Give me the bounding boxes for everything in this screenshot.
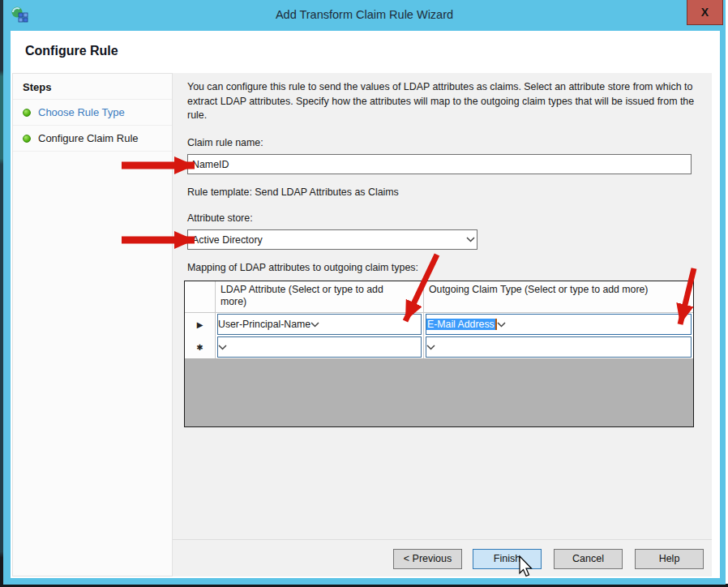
chevron-down-icon[interactable] [464,237,477,242]
chevron-down-icon[interactable] [310,319,319,330]
outgoing-claim-type-combobox-row2[interactable] [426,336,692,358]
chevron-down-icon[interactable] [218,341,227,353]
attribute-store-label: Attribute store: [187,212,253,224]
chevron-down-icon[interactable] [426,341,435,353]
table-row: ▶ User-Principal-Name E-Mail Ad [185,313,693,336]
row-selector-header-cell [185,281,216,313]
mapping-table-label: Mapping of LDAP attributes to outgoing c… [187,262,418,273]
page-title: Configure Rule [25,44,118,58]
add-transform-claim-rule-wizard-dialog: Add Transform Claim Rule Wizard X Config… [3,0,726,585]
outgoing-claim-type-combobox-row1[interactable]: E-Mail Address [426,314,692,335]
ldap-attribute-value: User-Principal-Name [218,319,310,330]
step-label: Configure Claim Rule [38,132,139,144]
main-panel: You can configure this rule to send the … [173,73,712,576]
steps-sidebar: Steps Choose Rule Type Configure Claim R… [12,73,173,576]
ldap-attribute-column-header: LDAP Attribute (Select or type to add mo… [216,281,424,313]
ldap-mapping-table: LDAP Attribute (Select or type to add mo… [184,281,694,427]
dialog-body: Configure Rule Steps Choose Rule Type Co… [11,31,720,578]
rule-description-text: You can configure this rule to send the … [187,80,706,123]
cancel-button[interactable]: Cancel [554,549,623,569]
step-label: Choose Rule Type [38,106,125,118]
mapping-table-header-row: LDAP Attribute (Select or type to add mo… [185,281,693,313]
help-button[interactable]: Help [635,549,704,569]
ldap-attribute-combobox-row2[interactable] [217,336,422,358]
new-row-indicator-icon: ✱ [185,336,216,358]
chevron-down-icon[interactable] [497,319,506,330]
sidebar-item-configure-claim-rule[interactable]: Configure Claim Rule [13,126,172,152]
step-complete-icon [23,109,31,117]
window-title: Add Transform Claim Rule Wizard [3,8,726,21]
rule-template-text: Rule template: Send LDAP Attributes as C… [187,186,399,198]
attribute-store-value: Active Directory [188,234,464,246]
sidebar-item-choose-rule-type[interactable]: Choose Rule Type [13,100,172,126]
table-row: ✱ [185,336,693,358]
current-row-indicator-icon: ▶ [185,313,216,336]
attribute-store-combobox[interactable]: Active Directory [187,229,477,250]
finish-button[interactable]: Finish [473,549,542,569]
previous-button[interactable]: < Previous [393,549,462,569]
claim-rule-name-input[interactable] [187,154,692,174]
ldap-attribute-combobox-row1[interactable]: User-Principal-Name [217,314,422,335]
screen: Add Transform Claim Rule Wizard X Config… [0,0,728,587]
titlebar[interactable]: Add Transform Claim Rule Wizard X [3,0,726,31]
close-icon: X [701,6,709,19]
claim-rule-name-label: Claim rule name: [187,137,263,148]
close-button[interactable]: X [687,0,723,25]
outgoing-claim-type-value: E-Mail Address [426,319,495,330]
step-complete-icon [23,135,31,143]
wizard-button-bar: < Previous Finish Cancel Help [173,539,712,576]
outgoing-claim-type-column-header: Outgoing Claim Type (Select or type to a… [424,281,693,313]
steps-heading: Steps [13,74,172,100]
